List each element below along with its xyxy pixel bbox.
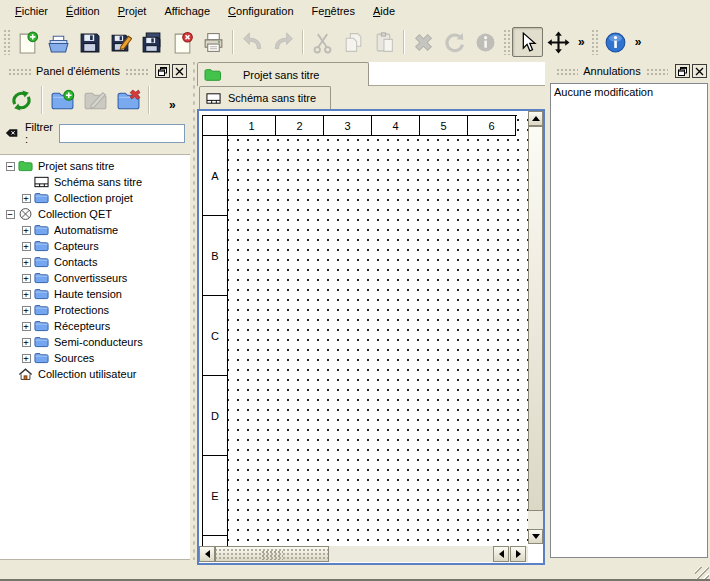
expand-icon[interactable]: + [22,306,31,315]
scroll-up-button[interactable] [528,111,543,126]
expand-icon[interactable]: + [22,274,31,283]
tree-item[interactable]: +Automatisme [0,222,190,238]
elements-panel-header[interactable]: Panel d'éléments [0,62,190,80]
horizontal-scrollbar[interactable] [199,546,528,562]
toolbar-handle[interactable] [3,29,10,55]
dock-handle-dots [8,68,31,75]
folder-blue-icon [34,223,49,237]
tree-item[interactable]: −Projet sans titre [0,158,190,174]
rotate-button[interactable] [439,27,470,57]
expand-icon[interactable]: + [22,290,31,299]
main-toolbar: » » [0,22,710,62]
redo-button[interactable] [268,27,299,57]
expand-icon[interactable]: + [22,226,31,235]
menu-item-edition[interactable]: Édition [57,3,109,19]
menu-item-aide[interactable]: Aide [364,3,404,19]
edit-category-button[interactable] [79,84,112,116]
tree-item[interactable]: Schéma sans titre [0,174,190,190]
panel-toolbar-overflow-button[interactable]: » [165,98,180,112]
column-label: 6 [468,116,516,136]
tree-item[interactable]: +Capteurs [0,238,190,254]
close-file-button[interactable] [167,27,198,57]
scroll-left-button[interactable] [199,546,215,562]
dock-close-button[interactable] [692,64,707,78]
tree-item[interactable]: +Semi-conducteurs [0,334,190,350]
toolbar-handle[interactable] [503,29,510,55]
tree-item[interactable]: −Collection QET [0,206,190,222]
tree-item-label: Schéma sans titre [54,176,142,188]
new-category-button[interactable] [46,84,79,116]
resize-grip[interactable] [695,567,709,581]
element-info-button[interactable] [470,27,501,57]
undo-panel-header[interactable]: Annulations [548,62,710,80]
tree-item[interactable]: +Haute tension [0,286,190,302]
about-info-button[interactable] [600,27,631,57]
undo-button[interactable] [237,27,268,57]
open-file-button[interactable] [43,27,74,57]
print-button[interactable] [198,27,229,57]
status-bar [0,565,710,581]
project-tab-bar: Projet sans titre [197,62,545,86]
menu-item-fichier[interactable]: Fichier [6,3,57,19]
horizontal-scroll-thumb[interactable] [215,546,329,562]
save-as-button[interactable] [105,27,136,57]
expand-icon[interactable]: + [22,338,31,347]
move-tool-button[interactable] [543,27,574,57]
tree-item-label: Capteurs [54,240,99,252]
dock-float-button[interactable] [155,64,170,78]
collapse-icon[interactable]: − [6,210,15,219]
undo-list-item[interactable]: Aucune modification [551,84,707,100]
scroll-left-button-2[interactable] [493,546,509,562]
scroll-down-button[interactable] [528,529,543,544]
schema-view[interactable]: 123456 ABCDE [197,109,545,565]
menu-item-projet[interactable]: Projet [109,3,156,19]
dock-float-button[interactable] [675,64,690,78]
tree-item[interactable]: +Contacts [0,254,190,270]
row-letter-column: ABCDE [203,136,229,547]
menu-item-fenetres[interactable]: Fenêtres [303,3,364,19]
expand-icon[interactable]: + [22,354,31,363]
left-splitter[interactable] [190,62,197,560]
select-tool-button[interactable] [512,27,543,57]
copy-button[interactable] [338,27,369,57]
tab-project[interactable]: Projet sans titre [197,62,369,86]
reload-icon [9,88,34,113]
vertical-scrollbar[interactable] [528,111,543,544]
undo-history-list[interactable]: Aucune modification [550,83,708,558]
delete-category-button[interactable] [112,84,145,116]
dock-close-button[interactable] [172,64,187,78]
paste-button[interactable] [369,27,400,57]
clear-filter-icon[interactable] [5,126,18,140]
save-button[interactable] [74,27,105,57]
cut-button[interactable] [307,27,338,57]
folder-blue-icon [34,335,49,349]
save-all-button[interactable] [136,27,167,57]
delete-button[interactable] [408,27,439,57]
new-file-button[interactable] [12,27,43,57]
expand-icon[interactable]: + [22,242,31,251]
expand-icon[interactable]: + [22,322,31,331]
tree-item[interactable]: +Convertisseurs [0,270,190,286]
left-arrow-icon [205,550,210,558]
filter-input[interactable] [59,124,185,143]
folder-blue-icon [34,303,49,317]
toolbar-overflow-button[interactable]: » [631,35,646,49]
menu-item-affichage[interactable]: Affichage [155,3,219,19]
vertical-scroll-thumb[interactable] [528,126,543,511]
reload-collections-button[interactable] [5,84,38,116]
tree-item[interactable]: Collection utilisateur [0,366,190,382]
expand-icon[interactable]: + [22,258,31,267]
toolbar-handle[interactable] [591,29,598,55]
schema-canvas[interactable]: 123456 ABCDE [199,111,528,547]
toolbar-overflow-button[interactable]: » [574,35,589,49]
menu-item-configuration[interactable]: Configuration [219,3,302,19]
tab-schema[interactable]: Schéma sans titre [199,86,331,109]
collapse-icon[interactable]: − [6,162,15,171]
tree-item[interactable]: +Protections [0,302,190,318]
toolbar-separator [403,30,405,54]
tree-item[interactable]: +Collection projet [0,190,190,206]
tree-item[interactable]: +Récepteurs [0,318,190,334]
scroll-right-button[interactable] [510,546,526,562]
tree-item[interactable]: +Sources [0,350,190,366]
expand-icon[interactable]: + [22,194,31,203]
